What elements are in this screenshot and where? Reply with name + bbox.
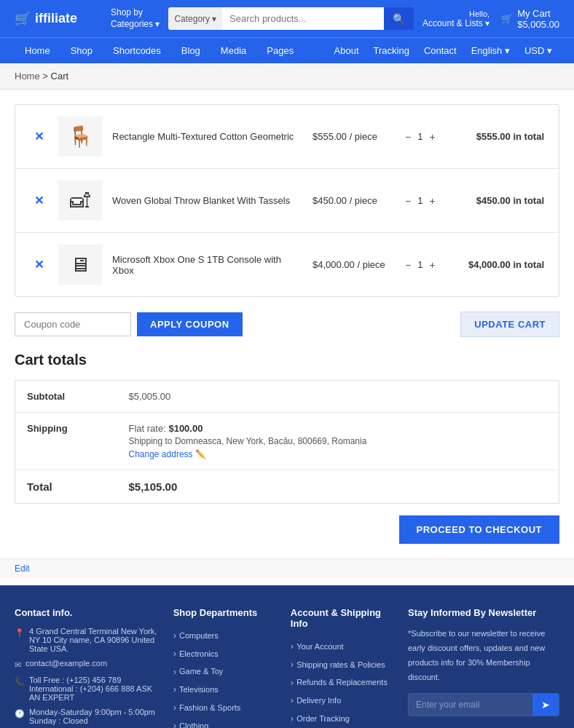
proceed-to-checkout-button[interactable]: PROCEED TO CHECKOUT	[399, 515, 560, 544]
acct-delivery: Delivery Info	[291, 692, 393, 710]
remove-item-2-button[interactable]: ✕	[30, 192, 48, 209]
acct-refunds: Refunds & Replacements	[291, 674, 393, 692]
qty-increase-2[interactable]: +	[427, 195, 437, 207]
qty-increase-1[interactable]: +	[427, 131, 437, 143]
subtotal-row: Subtotal $5,005.00	[15, 381, 559, 413]
product-thumbnail-2: 🛋	[58, 181, 102, 221]
contact-hours: 🕐 Monday-Saturday 9:00pm - 5:00pm Sunday…	[15, 708, 159, 725]
cart-item: ✕ 🖥 Microsoft Xbox One S 1TB Console wit…	[15, 233, 559, 296]
update-cart-button[interactable]: UPDATE CART	[460, 312, 559, 337]
search-button[interactable]: 🔍	[384, 7, 414, 30]
footer: Contact info. 📍 4 Grand Central Terminal…	[0, 585, 574, 728]
product-thumbnail-3: 🖥	[58, 245, 102, 285]
contact-email: ✉ contact@example.com	[15, 659, 159, 670]
remove-item-3-button[interactable]: ✕	[30, 256, 48, 273]
logo-icon: 🛒	[15, 11, 31, 27]
footer-departments: Shop Departments Computers Electronics G…	[173, 607, 276, 728]
nav-tracking[interactable]: Tracking	[366, 38, 417, 63]
product-price-3: $4,000.00 / piece	[312, 259, 393, 270]
newsletter-heading: Stay Informed By Newsletter	[408, 607, 559, 618]
nav-blog[interactable]: Blog	[171, 38, 211, 63]
categories-label: Categories ▾	[111, 19, 160, 31]
category-chevron-icon: ▾	[212, 14, 216, 24]
qty-decrease-3[interactable]: −	[403, 259, 413, 271]
nav-currency[interactable]: USD ▾	[517, 38, 559, 63]
qty-decrease-2[interactable]: −	[403, 195, 413, 207]
acct-your-account: Your Account	[291, 638, 393, 656]
shop-by-label: Shop by	[111, 7, 160, 19]
search-category-dropdown[interactable]: Category ▾	[168, 7, 222, 30]
shipping-label: Shipping	[15, 413, 117, 470]
logo[interactable]: 🛒 iffiliate	[15, 11, 102, 27]
footer-newsletter: Stay Informed By Newsletter *Subscribe t…	[408, 607, 559, 728]
main-navigation: Home Shop Shortcodes Blog Media Pages Ab…	[0, 37, 574, 63]
dept-game-toy: Game & Toy	[173, 663, 276, 681]
footer-grid: Contact info. 📍 4 Grand Central Terminal…	[15, 607, 559, 728]
header-right: Hello, Account & Lists ▾ 🛒 My Cart $5,00…	[422, 8, 559, 30]
email-icon: ✉	[15, 660, 21, 670]
product-price-2: $450.00 / piece	[312, 195, 393, 206]
shipping-value: Flat rate: $100.00 Shipping to Domneasca…	[117, 413, 559, 470]
breadcrumb-current: Cart	[51, 71, 69, 82]
nav-media[interactable]: Media	[211, 38, 256, 63]
account-shipping-heading: Account & Shipping Info	[291, 607, 393, 629]
shipping-to: Shipping to Domneasca, New York, Bacău, …	[129, 436, 548, 446]
product-name-2: Woven Global Throw Blanket With Tassels	[112, 195, 302, 206]
nav-about[interactable]: About	[327, 38, 366, 63]
nav-home[interactable]: Home	[15, 38, 60, 63]
dept-clothing: Clothing	[173, 717, 276, 728]
qty-control-3: − 1 +	[403, 259, 454, 271]
nav-contact[interactable]: Contact	[417, 38, 464, 63]
qty-decrease-1[interactable]: −	[403, 131, 413, 143]
shipping-row: Shipping Flat rate: $100.00 Shipping to …	[15, 413, 559, 470]
change-address-link[interactable]: Change address ✏️	[129, 449, 206, 459]
nav-shop[interactable]: Shop	[60, 38, 103, 63]
line-total-2: $450.00 in total	[464, 195, 544, 206]
qty-increase-3[interactable]: +	[427, 259, 437, 271]
change-address-label: Change address	[129, 449, 193, 459]
cart-info[interactable]: 🛒 My Cart $5,005.00	[501, 8, 559, 30]
product-name-1: Rectangle Multi-Textured Cotton Geometri…	[112, 131, 302, 142]
breadcrumb: Home > Cart	[0, 63, 574, 90]
line-total-3: $4,000.00 in total	[464, 259, 544, 270]
dept-fashion: Fashion & Sports	[173, 699, 276, 717]
email-text: contact@example.com	[25, 659, 107, 670]
email-row: ➤	[408, 693, 559, 716]
international-text: International : (+204) 666 888 ASK AN EX…	[29, 684, 159, 702]
newsletter-email-input[interactable]	[409, 694, 532, 716]
coupon-input[interactable]	[15, 312, 131, 336]
account-info[interactable]: Hello, Account & Lists ▾	[422, 9, 490, 28]
qty-value-2: 1	[417, 195, 422, 206]
apply-coupon-button[interactable]: APPLY COUPON	[137, 312, 243, 336]
logo-text: iffiliate	[35, 11, 77, 26]
dept-televisions: Televisions	[173, 681, 276, 699]
qty-control-2: − 1 +	[403, 195, 454, 207]
address-text: 4 Grand Central Terminal New York, NY 10…	[29, 627, 159, 653]
search-bar: Category ▾ 🔍	[168, 7, 414, 30]
cart-totals: Cart totals Subtotal $5,005.00 Shipping …	[15, 352, 559, 544]
edit-icon: ✏️	[195, 449, 206, 459]
search-input[interactable]	[222, 7, 384, 30]
newsletter-submit-button[interactable]: ➤	[532, 694, 559, 716]
acct-shipping-rates: Shipping rates & Policies	[291, 656, 393, 674]
nav-shortcodes[interactable]: Shortcodes	[103, 38, 171, 63]
remove-item-1-button[interactable]: ✕	[30, 128, 48, 145]
cart-item: ✕ 🛋 Woven Global Throw Blanket With Tass…	[15, 169, 559, 233]
nav-language[interactable]: English ▾	[464, 38, 517, 63]
phone-icon: 📞	[15, 677, 25, 702]
subtotal-value: $5,005.00	[117, 381, 559, 413]
shop-by-categories[interactable]: Shop by Categories ▾	[111, 7, 160, 30]
nav-pages[interactable]: Pages	[256, 38, 304, 63]
edit-link[interactable]: Edit	[0, 558, 574, 578]
flat-rate-prefix: Flat rate:	[129, 423, 169, 434]
contact-heading: Contact info.	[15, 607, 159, 618]
breadcrumb-separator: >	[42, 71, 50, 82]
total-row: Total $5,105.00	[15, 470, 559, 504]
main-content: ✕ 🪑 Rectangle Multi-Textured Cotton Geom…	[0, 90, 574, 558]
breadcrumb-home[interactable]: Home	[15, 71, 40, 82]
search-icon: 🔍	[393, 13, 405, 25]
product-thumbnail-1: 🪑	[58, 116, 102, 157]
cart-items-list: ✕ 🪑 Rectangle Multi-Textured Cotton Geom…	[15, 104, 559, 297]
clock-icon: 🕐	[15, 709, 25, 725]
product-name-3: Microsoft Xbox One S 1TB Console with Xb…	[112, 254, 302, 276]
